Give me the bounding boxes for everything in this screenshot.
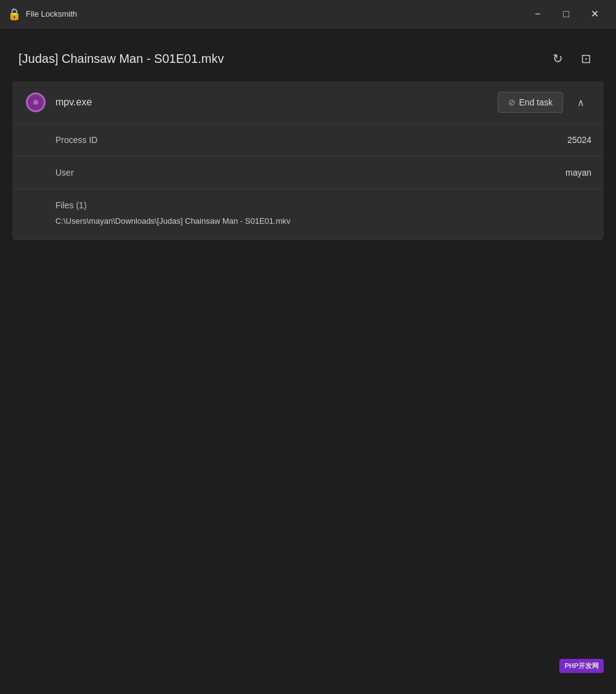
end-task-icon: ⊘ <box>508 97 516 107</box>
main-content: [Judas] Chainsaw Man - S01E01.mkv ↻ ⊡ mp… <box>0 28 616 252</box>
end-task-label: End task <box>519 97 553 107</box>
settings-button[interactable]: ⊡ <box>574 47 598 70</box>
user-row: User mayan <box>12 157 604 189</box>
process-header-row: mpv.exe ⊘ End task ∧ <box>12 81 604 124</box>
lock-icon: 🔒 <box>7 7 21 21</box>
collapse-button[interactable]: ∧ <box>570 92 591 113</box>
refresh-button[interactable]: ↻ <box>546 47 569 70</box>
files-label: Files (1) <box>55 200 591 210</box>
file-header-actions: ↻ ⊡ <box>546 47 598 70</box>
php-watermark: PHP开发网 <box>559 659 604 673</box>
minimize-button[interactable]: − <box>524 0 552 28</box>
file-title: [Judas] Chainsaw Man - S01E01.mkv <box>18 52 224 66</box>
title-bar: 🔒 File Locksmith − □ ✕ <box>0 0 616 28</box>
process-id-label: Process ID <box>55 135 97 145</box>
process-name: mpv.exe <box>55 97 498 108</box>
process-card: mpv.exe ⊘ End task ∧ Process ID 25024 Us… <box>12 81 604 240</box>
file-path: C:\Users\mayan\Downloads\[Judas] Chainsa… <box>55 216 591 233</box>
file-header: [Judas] Chainsaw Man - S01E01.mkv ↻ ⊡ <box>12 47 604 70</box>
user-label: User <box>55 168 74 178</box>
close-button[interactable]: ✕ <box>580 0 609 28</box>
process-id-row: Process ID 25024 <box>12 124 604 157</box>
user-value: mayan <box>565 168 591 178</box>
process-icon-container <box>25 91 47 113</box>
title-bar-left: 🔒 File Locksmith <box>7 7 77 21</box>
app-title: File Locksmith <box>26 9 77 18</box>
maximize-button[interactable]: □ <box>552 0 580 28</box>
window-controls: − □ ✕ <box>524 0 609 28</box>
mpv-icon <box>26 92 46 112</box>
end-task-button[interactable]: ⊘ End task <box>498 92 563 113</box>
process-id-value: 25024 <box>567 135 591 145</box>
files-section: Files (1) C:\Users\mayan\Downloads\[Juda… <box>12 189 604 240</box>
